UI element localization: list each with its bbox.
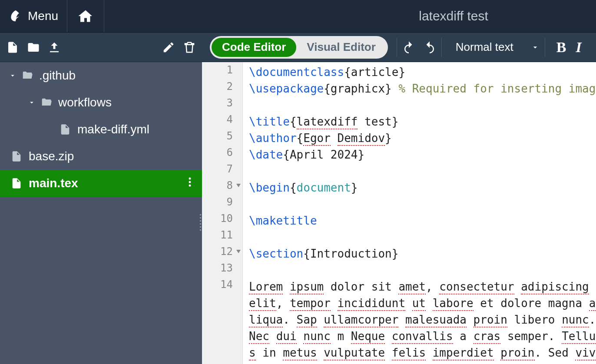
fold-marker[interactable] xyxy=(236,184,241,187)
topbar-left: Menu xyxy=(0,0,104,32)
line-number: 7 xyxy=(202,163,242,179)
text-style-dropdown[interactable]: Normal text xyxy=(450,38,545,57)
folder-icon xyxy=(21,69,33,82)
redo-button[interactable] xyxy=(423,41,436,54)
toolbar-editor-actions: Code Editor Visual Editor Normal text B … xyxy=(202,36,596,59)
svg-point-0 xyxy=(189,178,191,180)
editor-mode-toggle: Code Editor Visual Editor xyxy=(210,36,388,59)
new-folder-icon xyxy=(27,41,40,54)
italic-button[interactable]: I xyxy=(576,39,581,56)
line-number: 4 xyxy=(202,113,242,130)
tree-file[interactable]: main.tex xyxy=(0,170,202,197)
line-number: 11 xyxy=(202,229,242,245)
tree-folder[interactable]: workflows xyxy=(0,89,202,116)
topbar: Menu latexdiff test xyxy=(0,0,596,33)
tree-file[interactable]: base.zip xyxy=(0,143,202,170)
rename-button[interactable] xyxy=(162,41,175,54)
trash-icon xyxy=(183,41,196,54)
line-number: 5 xyxy=(202,130,242,146)
code-line[interactable] xyxy=(249,196,596,212)
tree-folder[interactable]: .github xyxy=(0,62,202,89)
chevron-down-icon xyxy=(28,99,36,106)
toolbar: Code Editor Visual Editor Normal text B … xyxy=(0,33,596,62)
svg-point-1 xyxy=(189,181,191,183)
code-line[interactable] xyxy=(249,97,596,113)
leaf-icon xyxy=(9,9,23,23)
code-line[interactable] xyxy=(249,229,596,245)
menu-button[interactable]: Menu xyxy=(0,0,67,32)
code-line[interactable] xyxy=(249,262,596,278)
code-line[interactable]: \documentclass{article} xyxy=(249,64,596,80)
code-line[interactable]: \author{Egor Demidov} xyxy=(249,130,596,146)
sidebar-resize-handle[interactable] xyxy=(199,214,202,232)
chevron-down-icon xyxy=(531,43,540,52)
undo-redo-group xyxy=(397,38,442,57)
project-title: latexdiff test xyxy=(337,9,596,23)
upload-button[interactable] xyxy=(48,41,61,54)
home-icon xyxy=(78,8,93,24)
line-number: 6 xyxy=(202,146,242,163)
new-folder-button[interactable] xyxy=(27,41,40,54)
home-button[interactable] xyxy=(67,0,104,32)
file-icon xyxy=(10,150,23,162)
text-style-label: Normal text xyxy=(456,40,513,54)
tree-item-label: base.zip xyxy=(29,149,197,163)
chevron-down-icon xyxy=(9,72,17,79)
code-content[interactable]: \documentclass{article}\usepackage{graph… xyxy=(243,62,596,364)
undo-button[interactable] xyxy=(402,41,415,54)
tree-item-menu[interactable] xyxy=(188,176,197,190)
upload-icon xyxy=(48,41,61,54)
menu-label: Menu xyxy=(28,9,58,23)
line-number: 8 xyxy=(202,179,242,196)
file-icon xyxy=(59,123,71,136)
tree-item-label: make-diff.yml xyxy=(77,122,197,136)
line-gutter: 1234567891011121314 xyxy=(202,62,243,364)
bold-button[interactable]: B xyxy=(556,39,566,56)
code-line[interactable]: \maketitle xyxy=(249,212,596,229)
tree-file[interactable]: make-diff.yml xyxy=(0,116,202,143)
code-line[interactable]: \begin{document} xyxy=(249,179,596,196)
line-number: 2 xyxy=(202,80,242,97)
delete-button[interactable] xyxy=(183,41,196,54)
folder-icon xyxy=(40,96,52,109)
line-number: 3 xyxy=(202,97,242,113)
code-line[interactable]: \date{April 2024} xyxy=(249,146,596,163)
visual-editor-tab[interactable]: Visual Editor xyxy=(296,38,386,57)
tree-item-label: .github xyxy=(39,69,197,83)
code-editor-tab[interactable]: Code Editor xyxy=(212,38,296,57)
line-number: 10 xyxy=(202,212,242,229)
fold-marker[interactable] xyxy=(236,250,241,253)
code-line[interactable]: Lorem ipsum dolor sit amet, consectetur … xyxy=(249,278,596,364)
main-area: .githubworkflowsmake-diff.ymlbase.zipmai… xyxy=(0,62,596,364)
code-editor: 1234567891011121314 \documentclass{artic… xyxy=(202,62,596,364)
toolbar-file-actions xyxy=(0,41,202,54)
code-line[interactable]: \section{Introduction} xyxy=(249,245,596,262)
tree-item-label: main.tex xyxy=(29,176,188,190)
code-line[interactable]: \usepackage{graphicx} % Required for ins… xyxy=(249,80,596,97)
file-tree-sidebar: .githubworkflowsmake-diff.ymlbase.zipmai… xyxy=(0,62,202,364)
file-icon xyxy=(10,177,23,189)
line-number: 14 xyxy=(202,278,242,295)
line-number: 1 xyxy=(202,64,242,80)
line-number: 13 xyxy=(202,262,242,278)
code-line[interactable]: \title{latexdiff test} xyxy=(249,113,596,130)
line-number: 12 xyxy=(202,245,242,262)
pencil-icon xyxy=(162,41,175,54)
tree-item-label: workflows xyxy=(58,96,197,109)
code-line[interactable] xyxy=(249,163,596,179)
new-file-button[interactable] xyxy=(6,41,19,54)
svg-point-2 xyxy=(189,185,191,187)
line-number: 9 xyxy=(202,196,242,212)
new-file-icon xyxy=(6,41,19,54)
format-buttons: B I xyxy=(550,39,582,56)
